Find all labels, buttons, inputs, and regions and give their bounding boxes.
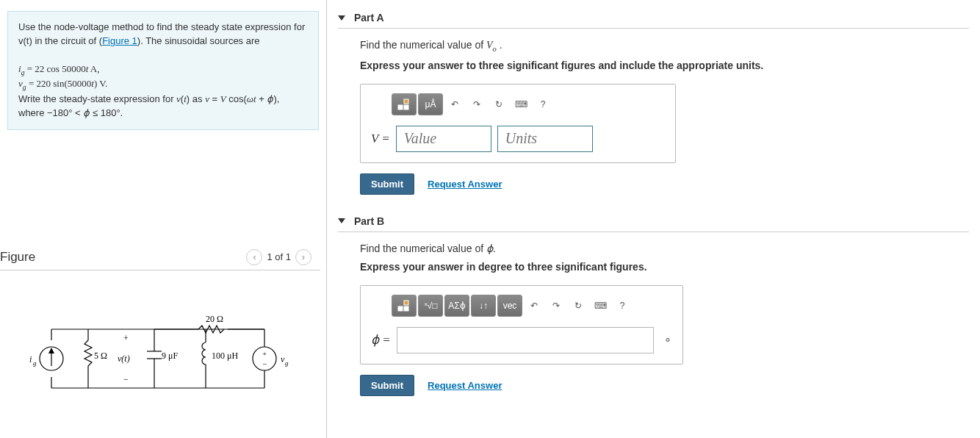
- redo-tool[interactable]: ↷: [546, 295, 566, 317]
- part-a-toolbar: μÅ ↶ ↷ ↻ ⌨ ?: [371, 93, 665, 115]
- reset-tool[interactable]: ↻: [489, 93, 509, 115]
- svg-rect-37: [404, 306, 408, 311]
- part-a-request-answer-link[interactable]: Request Answer: [428, 179, 502, 190]
- help-tool[interactable]: ?: [533, 93, 553, 115]
- vec-tool[interactable]: vec: [497, 295, 522, 317]
- circuit-diagram: i g 5 Ω + v(t) − 9 μF: [7, 307, 301, 410]
- svg-rect-38: [404, 301, 408, 305]
- svg-text:+: +: [262, 349, 267, 358]
- template-tool[interactable]: [392, 295, 417, 317]
- left-column: Use the node-voltage method to find the …: [0, 0, 327, 438]
- degree-symbol: ∘: [664, 333, 671, 347]
- part-b-request-answer-link[interactable]: Request Answer: [428, 380, 502, 391]
- redo-tool[interactable]: ↷: [466, 93, 487, 115]
- svg-text:−: −: [123, 374, 129, 384]
- part-b-var-label: ϕ =: [371, 332, 391, 348]
- undo-tool[interactable]: ↶: [444, 93, 465, 115]
- svg-rect-36: [398, 306, 403, 311]
- collapse-icon: [338, 218, 345, 223]
- arrows-tool[interactable]: ↓↑: [471, 295, 496, 317]
- part-a-header[interactable]: Part A: [338, 7, 969, 29]
- greek-tool[interactable]: ΑΣϕ: [444, 295, 469, 317]
- svg-text:20 Ω: 20 Ω: [206, 314, 223, 324]
- part-a-body: Find the numerical value of Vo . Express…: [338, 37, 969, 195]
- reset-tool[interactable]: ↻: [568, 295, 588, 317]
- svg-rect-34: [404, 105, 408, 110]
- svg-text:9 μF: 9 μF: [162, 351, 178, 361]
- figure-prev-button[interactable]: ‹: [246, 249, 262, 265]
- collapse-icon: [338, 15, 345, 21]
- svg-text:100 μH: 100 μH: [212, 351, 238, 361]
- eq-vg: vg = 220 sin(50000t) V.: [18, 78, 107, 89]
- figure-header: Figure ‹ 1 of 1 ›: [0, 240, 320, 270]
- figure-nav-text: 1 of 1: [267, 251, 291, 262]
- help-tool[interactable]: ?: [612, 295, 633, 317]
- svg-text:g: g: [33, 359, 37, 367]
- part-a-submit-row: Submit Request Answer: [360, 173, 969, 195]
- svg-text:+: +: [123, 333, 129, 343]
- units-tool[interactable]: μÅ: [418, 93, 443, 115]
- part-b-submit-button[interactable]: Submit: [360, 375, 414, 396]
- part-b-toolbar: ˣ√□ ΑΣϕ ↓↑ vec ↶ ↷ ↻ ⌨ ?: [371, 295, 672, 317]
- value-input[interactable]: [396, 126, 491, 152]
- keyboard-tool[interactable]: ⌨: [511, 93, 531, 115]
- part-b-answer-box: ˣ√□ ΑΣϕ ↓↑ vec ↶ ↷ ↻ ⌨ ? ϕ = ∘: [360, 285, 683, 365]
- figure-title: Figure: [0, 250, 35, 265]
- part-a-input-row: V =: [371, 126, 665, 152]
- part-b-hint: Express your answer in degree to three s…: [360, 259, 969, 275]
- svg-rect-35: [404, 99, 408, 104]
- eq-ig: ig = 22 cos 50000t A,: [18, 63, 99, 74]
- figure-body: i g 5 Ω + v(t) − 9 μF: [0, 270, 326, 438]
- svg-text:g: g: [285, 359, 289, 367]
- part-a-hint: Express your answer to three significant…: [360, 58, 969, 73]
- root-tool[interactable]: ˣ√□: [418, 295, 443, 317]
- part-b-header[interactable]: Part B: [338, 211, 969, 232]
- svg-text:v(t): v(t): [118, 353, 130, 364]
- part-a-answer-box: μÅ ↶ ↷ ↻ ⌨ ? V =: [360, 84, 676, 163]
- figure-nav: ‹ 1 of 1 ›: [246, 249, 311, 265]
- template-tool[interactable]: [392, 93, 417, 115]
- svg-marker-6: [48, 348, 54, 353]
- svg-text:−: −: [262, 359, 267, 368]
- svg-text:i: i: [29, 354, 32, 365]
- prompt-text-5: where −180° < ϕ ≤ 180°.: [18, 107, 123, 118]
- svg-text:5 Ω: 5 Ω: [94, 351, 107, 361]
- part-b-submit-row: Submit Request Answer: [360, 375, 969, 396]
- prompt-text-4: Write the steady-state expression for v(…: [18, 93, 279, 104]
- undo-tool[interactable]: ↶: [524, 295, 544, 317]
- part-b-title: Part B: [354, 215, 384, 227]
- figure-link[interactable]: Figure 1: [102, 35, 137, 46]
- part-a-title: Part A: [354, 12, 384, 24]
- part-a-var-label: V =: [371, 132, 390, 146]
- part-a-instruction: Find the numerical value of Vo .: [360, 37, 969, 55]
- units-input[interactable]: [497, 126, 593, 152]
- problem-prompt: Use the node-voltage method to find the …: [7, 11, 319, 130]
- right-column: Part A Find the numerical value of Vo . …: [327, 0, 980, 438]
- part-b-body: Find the numerical value of ϕ. Express y…: [338, 241, 969, 396]
- figure-next-button[interactable]: ›: [295, 249, 311, 265]
- phi-input[interactable]: [397, 327, 654, 353]
- part-a-submit-button[interactable]: Submit: [360, 173, 414, 195]
- part-b-input-row: ϕ = ∘: [371, 327, 672, 353]
- svg-rect-33: [398, 105, 403, 110]
- keyboard-tool[interactable]: ⌨: [590, 295, 610, 317]
- part-b-instruction: Find the numerical value of ϕ.: [360, 241, 969, 256]
- prompt-text-1b: ). The sinusoidal sources are: [137, 35, 260, 46]
